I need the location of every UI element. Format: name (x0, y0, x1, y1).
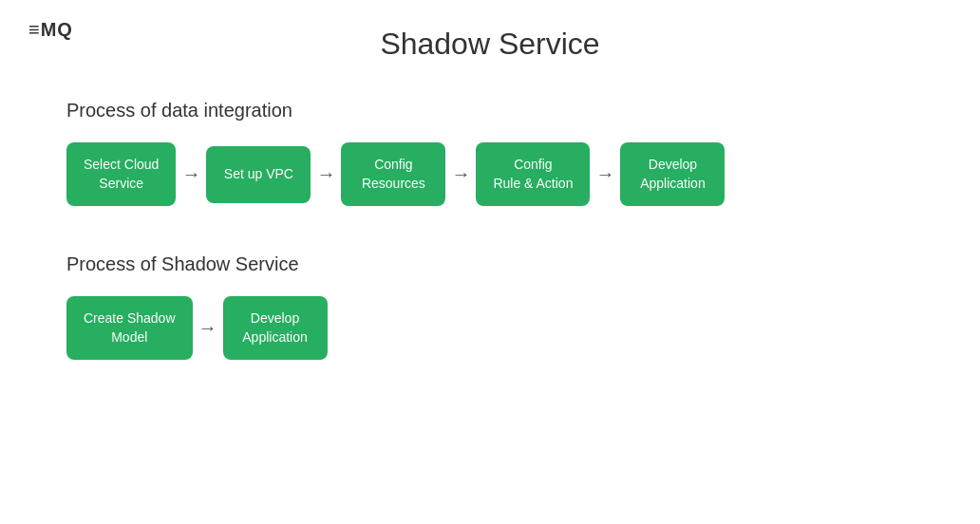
flow-arrow: → (595, 163, 614, 185)
section1-flow: Select Cloud Service→Set up VPC→Config R… (66, 142, 914, 206)
flow-step[interactable]: Set up VPC (206, 146, 311, 203)
flow-step[interactable]: Config Resources (341, 142, 445, 206)
flow-arrow: → (451, 163, 470, 185)
section1-title: Process of data integration (66, 100, 914, 122)
flow-arrow: → (198, 317, 217, 339)
flow-step[interactable]: Select Cloud Service (66, 142, 176, 206)
flow-step[interactable]: Develop Application (223, 296, 328, 360)
flow-step[interactable]: Create Shadow Model (66, 296, 193, 360)
flow-arrow: → (181, 163, 200, 185)
page-title: Shadow Service (0, 0, 980, 62)
flow-arrow: → (316, 163, 335, 185)
flow-step[interactable]: Config Rule & Action (476, 142, 590, 206)
section2-title: Process of Shadow Service (66, 253, 914, 275)
section2-flow: Create Shadow Model→Develop Application (66, 296, 914, 360)
flow-step[interactable]: Develop Application (620, 142, 725, 206)
logo: ≡MQ (28, 19, 73, 41)
